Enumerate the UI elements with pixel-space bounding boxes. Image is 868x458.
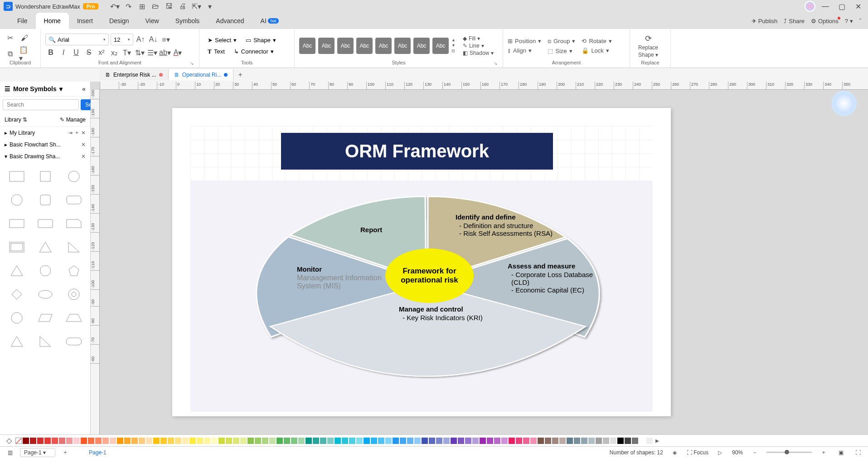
color-swatch[interactable] xyxy=(494,438,500,444)
close-icon[interactable]: ✕ xyxy=(81,141,86,148)
export-button[interactable]: ⇱▾ xyxy=(192,2,201,11)
decrease-font-button[interactable]: A↓ xyxy=(148,34,159,45)
color-swatch[interactable] xyxy=(574,438,580,444)
line-spacing-button[interactable]: ⇅▾ xyxy=(134,47,145,58)
color-swatch[interactable] xyxy=(385,438,392,444)
color-swatch[interactable] xyxy=(400,438,406,444)
color-swatch[interactable] xyxy=(240,438,247,444)
no-fill-swatch[interactable] xyxy=(15,438,22,444)
connector-tool[interactable]: ↳ Connector ▾ xyxy=(230,47,277,56)
shape-diamond[interactable] xyxy=(5,285,29,304)
group-button[interactable]: ⧈ Group ▾ xyxy=(548,38,575,45)
position-button[interactable]: ⊞ Position ▾ xyxy=(508,38,541,44)
color-swatch[interactable] xyxy=(646,438,653,444)
line-button[interactable]: ✎ Line ▾ xyxy=(463,43,494,49)
color-swatch[interactable] xyxy=(298,438,305,444)
style-down[interactable]: ▼ xyxy=(451,43,456,48)
add-page-button[interactable]: + xyxy=(60,447,71,458)
collapse-ribbon-button[interactable]: ˆ xyxy=(859,18,861,24)
user-avatar[interactable] xyxy=(805,1,815,12)
color-swatch[interactable] xyxy=(153,438,160,444)
cut-button[interactable]: ✂ xyxy=(5,33,15,44)
align-button[interactable]: ⫿ Align ▾ xyxy=(508,47,541,54)
color-swatch[interactable] xyxy=(59,438,65,444)
color-swatch[interactable] xyxy=(23,438,29,444)
focus-button[interactable]: ⛶ Focus xyxy=(687,449,708,456)
add-tab-button[interactable]: + xyxy=(233,68,247,81)
font-launcher[interactable]: ↘ xyxy=(190,61,194,66)
help-button[interactable]: ? ▾ xyxy=(845,18,853,24)
menu-symbols[interactable]: Symbols xyxy=(167,13,208,29)
color-swatch[interactable] xyxy=(305,438,312,444)
color-swatch[interactable] xyxy=(487,438,493,444)
color-swatch[interactable] xyxy=(52,438,58,444)
color-swatch[interactable] xyxy=(218,438,225,444)
page-tab[interactable]: Page-1 xyxy=(89,449,107,456)
color-swatch[interactable] xyxy=(160,438,167,444)
fill-dropper-icon[interactable]: ◇ xyxy=(4,435,15,446)
color-swatch[interactable] xyxy=(581,438,587,444)
color-swatch[interactable] xyxy=(472,438,479,444)
style-more[interactable]: ⊟ xyxy=(451,49,456,53)
select-tool[interactable]: ➤ Select ▾ xyxy=(204,35,240,45)
style-swatch[interactable]: Abc xyxy=(318,38,335,54)
shape-pentagon[interactable] xyxy=(62,261,86,280)
diagram-title[interactable]: ORM Framework xyxy=(281,133,553,170)
color-swatch[interactable] xyxy=(530,438,537,444)
color-swatch[interactable] xyxy=(538,438,544,444)
color-swatch[interactable] xyxy=(276,438,283,444)
color-swatch[interactable] xyxy=(44,438,51,444)
bold-button[interactable]: B xyxy=(45,47,56,58)
open-button[interactable]: 🗁 xyxy=(151,2,160,11)
shape-circle[interactable] xyxy=(62,167,86,186)
color-swatch[interactable] xyxy=(364,438,370,444)
shape-circle2[interactable] xyxy=(5,190,29,210)
style-swatch[interactable]: Abc xyxy=(413,38,430,54)
page[interactable]: ORM Framework xyxy=(172,108,671,416)
shape-donut[interactable] xyxy=(62,285,86,304)
page-selector[interactable]: Page-1 ▾ xyxy=(20,448,55,457)
increase-font-button[interactable]: A↑ xyxy=(135,34,146,45)
color-swatch[interactable] xyxy=(422,438,428,444)
italic-button[interactable]: I xyxy=(58,47,69,58)
share-button[interactable]: ⤴Share xyxy=(784,18,805,24)
font-size-select[interactable]: 12▾ xyxy=(111,34,133,45)
import-icon[interactable]: ⇥ xyxy=(68,130,73,136)
color-swatch[interactable] xyxy=(327,438,334,444)
zoom-slider[interactable] xyxy=(766,452,812,453)
rotate-button[interactable]: ⟲ Rotate ▾ xyxy=(582,38,611,44)
color-swatch[interactable] xyxy=(247,438,254,444)
segment-report[interactable]: Report xyxy=(360,226,382,234)
save-button[interactable]: 🖫 xyxy=(165,2,174,11)
color-swatch[interactable] xyxy=(30,438,36,444)
zoom-out-button[interactable]: − xyxy=(749,447,760,458)
undo-button[interactable]: ↶▾ xyxy=(110,2,119,11)
shape-frame[interactable] xyxy=(5,238,29,257)
color-swatch[interactable] xyxy=(545,438,551,444)
color-swatch[interactable] xyxy=(451,438,457,444)
shape-parallelogram[interactable] xyxy=(33,308,57,327)
shape-rectangle[interactable] xyxy=(5,167,29,186)
color-swatch[interactable] xyxy=(617,438,624,444)
shape-right-triangle[interactable] xyxy=(62,238,86,257)
color-swatch[interactable] xyxy=(320,438,326,444)
paste-button[interactable]: 📋▾ xyxy=(19,49,30,59)
text-tool[interactable]: 𝐓 Text xyxy=(204,47,228,57)
shape-rounded-rect[interactable] xyxy=(62,190,86,210)
shape-octagon[interactable] xyxy=(33,261,57,280)
color-swatch[interactable] xyxy=(559,438,566,444)
shape-trapezoid[interactable] xyxy=(62,308,86,327)
maximize-button[interactable]: ▢ xyxy=(835,1,848,11)
color-swatch[interactable] xyxy=(37,438,44,444)
collapse-panel-icon[interactable]: « xyxy=(82,85,86,93)
color-swatch[interactable] xyxy=(102,438,109,444)
color-swatch[interactable] xyxy=(552,438,558,444)
segment-monitor[interactable]: Monitor Manaagement Information System (… xyxy=(297,265,388,290)
style-gallery[interactable]: Abc Abc Abc Abc Abc Abc Abc Abc ▲ ▼ ⊟ xyxy=(299,38,456,54)
qat-more[interactable]: ▾ xyxy=(205,2,214,11)
lock-button[interactable]: 🔒 Lock ▾ xyxy=(582,47,611,54)
shape-triangle2[interactable] xyxy=(5,261,29,280)
shape-right-tri2[interactable] xyxy=(33,332,57,351)
color-swatch[interactable] xyxy=(639,438,645,444)
color-swatch[interactable] xyxy=(291,438,297,444)
